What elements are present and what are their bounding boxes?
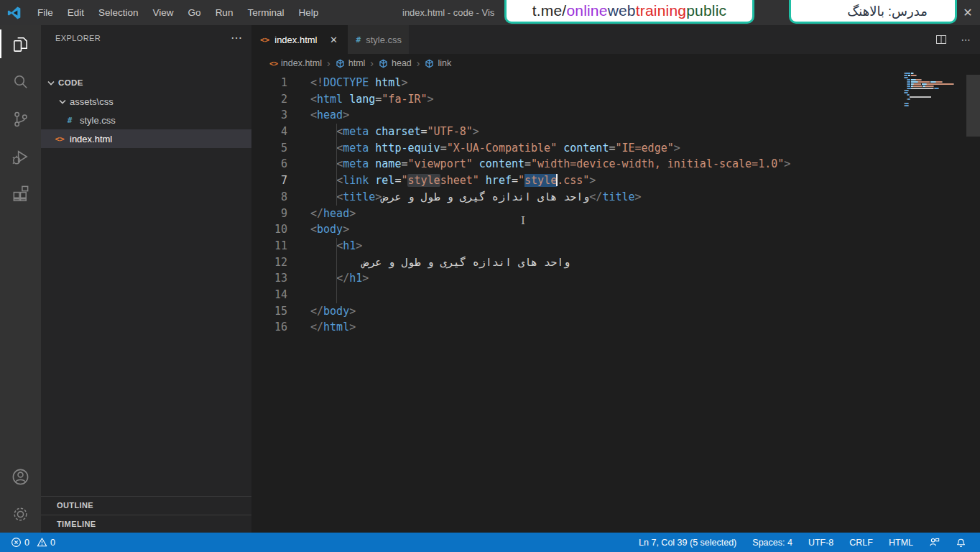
code-token bbox=[479, 174, 486, 187]
menu-go[interactable]: Go bbox=[181, 0, 208, 25]
settings-icon[interactable] bbox=[0, 495, 41, 533]
tree-item-label: index.html bbox=[70, 134, 112, 144]
split-editor-icon[interactable] bbox=[934, 32, 948, 47]
code-line-11[interactable]: <h1> bbox=[310, 238, 915, 254]
code-line-6[interactable]: <meta name="viewport" content="width=dev… bbox=[310, 156, 915, 172]
indent-guide bbox=[336, 254, 337, 271]
breadcrumb-index-html[interactable]: <>index.html bbox=[269, 58, 322, 68]
cursor-position[interactable]: Ln 7, Col 39 (5 selected) bbox=[635, 538, 740, 548]
indentation-setting[interactable]: Spaces: 4 bbox=[749, 538, 796, 548]
code-token: " bbox=[518, 174, 524, 187]
explorer-title: EXPLORER bbox=[55, 34, 101, 42]
indent-guide bbox=[336, 124, 337, 140]
code-token: > bbox=[349, 207, 356, 220]
timeline-section[interactable]: TIMELINE bbox=[41, 515, 251, 532]
tree-item-index-html[interactable]: <>index.html bbox=[41, 129, 251, 148]
code-token: meta bbox=[343, 125, 369, 138]
vertical-scrollbar[interactable] bbox=[966, 75, 980, 137]
code-token bbox=[557, 142, 563, 155]
problems-errors[interactable]: 0 bbox=[7, 533, 33, 552]
tree-item-code[interactable]: CODE bbox=[41, 73, 251, 92]
line-numbers-gutter[interactable]: 12345678910111213141516 bbox=[251, 75, 295, 336]
breadcrumb-head[interactable]: head bbox=[379, 58, 412, 68]
code-line-9[interactable]: </head> bbox=[310, 206, 915, 222]
menu-edit[interactable]: Edit bbox=[60, 0, 91, 25]
line-number[interactable]: 4 bbox=[251, 124, 295, 140]
code-line-1[interactable]: <!DOCTYPE html> bbox=[310, 75, 915, 91]
code-line-16[interactable]: </html> bbox=[310, 319, 915, 336]
code-line-4[interactable]: <meta charset="UTF-8"> bbox=[310, 124, 915, 140]
extensions-icon[interactable] bbox=[0, 175, 41, 212]
explorer-more-actions-icon[interactable]: ⋯ bbox=[231, 31, 243, 45]
code-line-7[interactable]: <link rel="stylesheet" href="style.css"> bbox=[310, 172, 915, 189]
encoding-setting[interactable]: UTF-8 bbox=[805, 538, 837, 548]
menu-run[interactable]: Run bbox=[208, 0, 241, 25]
outline-section[interactable]: OUTLINE bbox=[41, 496, 251, 513]
line-number[interactable]: 9 bbox=[251, 206, 295, 222]
menu-file[interactable]: File bbox=[30, 0, 60, 25]
code-token: < bbox=[336, 157, 343, 170]
code-token: lang bbox=[349, 93, 375, 106]
line-number[interactable]: 3 bbox=[251, 107, 295, 124]
language-mode[interactable]: HTML bbox=[885, 538, 917, 548]
code-token: html bbox=[375, 76, 401, 89]
line-number[interactable]: 5 bbox=[251, 140, 295, 157]
code-token: > bbox=[343, 109, 349, 121]
breadcrumb-link[interactable]: link bbox=[425, 58, 451, 68]
tab-index-html[interactable]: <>index.html✕ bbox=[251, 25, 348, 54]
code-token: content bbox=[479, 157, 524, 170]
tab-style-css[interactable]: #style.css bbox=[348, 25, 410, 54]
feedback-icon[interactable] bbox=[925, 537, 943, 548]
run-debug-icon[interactable] bbox=[0, 137, 41, 175]
code-line-5[interactable]: <meta http-equiv="X-UA-Compatible" conte… bbox=[310, 140, 915, 157]
line-number[interactable]: 2 bbox=[251, 91, 295, 108]
code-token: href bbox=[486, 174, 512, 187]
line-number[interactable]: 6 bbox=[251, 156, 295, 172]
code-line-3[interactable]: <head> bbox=[310, 107, 915, 124]
line-number[interactable]: 7 bbox=[251, 172, 295, 189]
eol-setting[interactable]: CRLF bbox=[846, 538, 877, 548]
menu-view[interactable]: View bbox=[146, 0, 181, 25]
line-number[interactable]: 16 bbox=[251, 319, 295, 336]
line-number[interactable]: 12 bbox=[251, 254, 295, 271]
chevron-down-icon bbox=[45, 77, 57, 88]
minimap[interactable] bbox=[904, 73, 961, 107]
menu-selection[interactable]: Selection bbox=[91, 0, 146, 25]
line-number[interactable]: 11 bbox=[251, 238, 295, 254]
code-line-12[interactable]: واحد های اندازه گیری و طول و عرض bbox=[310, 254, 915, 271]
files-icon[interactable] bbox=[0, 25, 41, 63]
code-line-15[interactable]: </body> bbox=[310, 303, 915, 320]
code-token: واحد های اندازه گیری و طول و عرض bbox=[362, 256, 570, 269]
code-content[interactable]: <!DOCTYPE html><html lang="fa-IR"><head>… bbox=[310, 75, 915, 336]
line-number[interactable]: 13 bbox=[251, 270, 295, 287]
tree-item-assets-css[interactable]: assets\css bbox=[41, 92, 251, 111]
account-icon[interactable] bbox=[0, 458, 41, 495]
source-control-icon[interactable] bbox=[0, 100, 41, 137]
line-number[interactable]: 15 bbox=[251, 303, 295, 320]
code-token: < bbox=[336, 174, 343, 187]
editor-more-actions-icon[interactable]: ⋯ bbox=[958, 32, 973, 47]
notifications-bell-icon[interactable] bbox=[952, 537, 970, 548]
channel-banner-segment: web bbox=[608, 2, 636, 19]
code-line-14[interactable] bbox=[310, 287, 915, 303]
code-line-10[interactable]: <body> bbox=[310, 221, 915, 238]
code-line-2[interactable]: <html lang="fa-IR"> bbox=[310, 91, 915, 108]
close-window-button[interactable]: ✕ bbox=[961, 6, 974, 19]
html-file-icon: <> bbox=[269, 60, 278, 68]
code-editor[interactable]: 12345678910111213141516 <!DOCTYPE html><… bbox=[251, 73, 980, 533]
tree-item-style-css[interactable]: #style.css bbox=[41, 111, 251, 129]
menu-terminal[interactable]: Terminal bbox=[240, 0, 291, 25]
line-number[interactable]: 14 bbox=[251, 287, 295, 303]
search-icon[interactable] bbox=[0, 63, 41, 100]
line-number[interactable]: 8 bbox=[251, 189, 295, 206]
code-line-8[interactable]: <title>واحد های اندازه گیری و طول و عرض<… bbox=[310, 189, 915, 206]
close-tab-icon[interactable]: ✕ bbox=[328, 33, 341, 46]
problems-warnings[interactable]: 0 bbox=[33, 533, 59, 552]
menu-help[interactable]: Help bbox=[291, 0, 325, 25]
channel-banner-segment: public bbox=[686, 2, 726, 19]
breadcrumb-html[interactable]: html bbox=[336, 58, 366, 68]
code-token: meta bbox=[343, 157, 369, 170]
line-number[interactable]: 10 bbox=[251, 221, 295, 238]
line-number[interactable]: 1 bbox=[251, 75, 295, 91]
code-line-13[interactable]: </h1> bbox=[310, 270, 915, 287]
